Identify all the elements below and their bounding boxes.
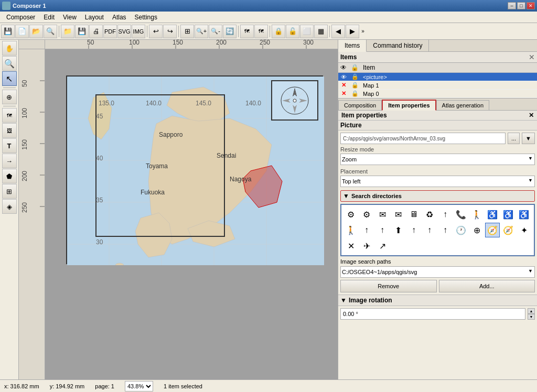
lock-icon[interactable]: 🔒 (349, 90, 361, 98)
visible-icon[interactable]: ✕ (338, 90, 349, 98)
tb-new[interactable]: 📄 (15, 25, 29, 38)
lock-icon[interactable]: 🔒 (349, 81, 361, 90)
table-row[interactable]: ✕ 🔒 Map 0 (338, 90, 537, 98)
canvas-content[interactable]: 135.0 140.0 145.0 140.0 45 40 35 30 Sapp… (45, 49, 338, 379)
lt-add-table[interactable]: ⊞ (2, 184, 17, 199)
tb-map1[interactable]: 🗺 (240, 25, 254, 38)
icon-cell[interactable]: ↑ (406, 223, 421, 237)
path-dropdown-button[interactable]: ▼ (522, 133, 535, 144)
icon-cell[interactable]: ↑ (422, 223, 437, 237)
menu-view[interactable]: View (59, 13, 81, 22)
icon-cell[interactable]: ↑ (438, 223, 453, 237)
tb-lock[interactable]: 🔒 (272, 25, 285, 38)
icon-cell[interactable]: 🚶 (469, 207, 484, 222)
tb-prev[interactable]: ◀ (331, 25, 345, 38)
tb-refresh[interactable]: 🔄 (223, 25, 237, 38)
item-name[interactable]: Map 0 (361, 90, 537, 98)
icon-cell[interactable]: 🧭 (501, 223, 515, 237)
tb-export2[interactable]: SVG (117, 25, 131, 38)
icon-cell[interactable]: ⚙ (343, 207, 358, 222)
tb-export3[interactable]: IMG (132, 25, 145, 38)
visible-icon[interactable]: 👁 (338, 73, 349, 81)
icon-cell[interactable]: ↑ (438, 207, 453, 222)
zoom-select[interactable]: 43.8% 25% 50% 100% (125, 381, 153, 391)
icon-cell[interactable]: ↑ (359, 223, 374, 237)
menu-layout[interactable]: Layout (81, 13, 108, 22)
icon-cell[interactable]: ♿ (485, 207, 500, 222)
resize-mode-select-wrapper[interactable]: Zoom Stretch Clip Frame (340, 154, 535, 165)
icon-cell[interactable]: ⚙ (359, 207, 374, 222)
icon-cell[interactable]: ✉ (375, 207, 390, 222)
icon-cell[interactable]: ✈ (359, 238, 374, 253)
lt-add-map[interactable]: 🗺 (2, 108, 17, 123)
canvas-area[interactable]: 50 100 150 200 250 300 50 100 (19, 40, 338, 379)
lt-select[interactable]: ↖ (2, 71, 17, 86)
tb-redo[interactable]: ↪ (163, 25, 177, 38)
icon-cell[interactable]: 🖥 (406, 207, 421, 222)
lt-pan[interactable]: ✋ (2, 41, 17, 56)
tab-item-properties[interactable]: Item properties (382, 100, 436, 111)
item-properties-body[interactable]: Picture C:/apps/qgis/svg/arrows/NorthArr… (338, 121, 537, 379)
tb-expand[interactable]: » (360, 25, 366, 38)
tb-undo[interactable]: ↩ (149, 25, 163, 38)
icon-cell[interactable]: 🚶 (343, 223, 358, 237)
image-path-select-wrapper[interactable]: C:/OSGEO4~1/apps/qgis/svg (340, 266, 535, 278)
item-props-close[interactable]: ✕ (529, 112, 534, 119)
tb-save2[interactable]: 💾 (75, 25, 89, 38)
tab-atlas-generation[interactable]: Atlas generation (436, 100, 490, 110)
remove-path-button[interactable]: Remove (340, 280, 437, 292)
lt-add-arrow[interactable]: → (2, 154, 17, 168)
placement-select[interactable]: Top left Top right Bottom left Bottom ri… (340, 176, 535, 187)
icon-cell[interactable]: ✦ (517, 223, 531, 237)
tb-print[interactable]: 🖨 (89, 25, 103, 38)
resize-mode-select[interactable]: Zoom Stretch Clip Frame (340, 154, 535, 165)
menu-settings[interactable]: Settings (131, 13, 162, 22)
lt-add-shape[interactable]: ⬟ (2, 169, 17, 183)
tb-open2[interactable]: 📁 (61, 25, 74, 38)
menu-edit[interactable]: Edit (39, 13, 59, 22)
search-dir-header[interactable]: ▼ Search directories (340, 190, 535, 202)
lock-icon[interactable]: 🔒 (349, 73, 361, 81)
placement-select-wrapper[interactable]: Top left Top right Bottom left Bottom ri… (340, 176, 535, 187)
icon-cell[interactable]: ⊕ (469, 223, 484, 237)
lt-zoom[interactable]: 🔍 (2, 56, 17, 71)
tb-zoom-in[interactable]: 🔍+ (195, 25, 208, 38)
lt-add-html[interactable]: ◈ (2, 199, 17, 214)
icon-cell[interactable]: ♻ (422, 207, 437, 222)
tab-composition[interactable]: Composition (338, 100, 382, 110)
visible-icon[interactable]: ✕ (338, 81, 349, 90)
icon-cell[interactable]: ♿ (517, 207, 531, 222)
icon-cell[interactable]: 🕐 (454, 223, 468, 237)
close-button[interactable]: ✕ (527, 2, 535, 9)
image-rotation-header[interactable]: ▼ Image rotation (338, 295, 537, 306)
tab-command-history[interactable]: Command history (367, 40, 429, 51)
add-path-button[interactable]: Add... (439, 280, 535, 292)
rotation-down-button[interactable]: ▼ (528, 314, 535, 320)
tb-export1[interactable]: PDF (103, 25, 117, 38)
icon-cell[interactable]: ✕ (343, 238, 358, 253)
tb-next[interactable]: ▶ (346, 25, 359, 38)
minimize-button[interactable]: – (508, 2, 516, 9)
icon-cell[interactable]: ⬆ (391, 223, 405, 237)
image-path-select[interactable]: C:/OSGEO4~1/apps/qgis/svg (340, 266, 535, 278)
table-row[interactable]: 👁 🔒 <picture> (338, 73, 537, 81)
tb-unlock[interactable]: 🔓 (286, 25, 299, 38)
item-name[interactable]: Map 1 (361, 81, 537, 90)
icon-cell[interactable]: ✉ (391, 207, 405, 222)
icon-cell[interactable]: ♿ (501, 207, 515, 222)
icon-grid[interactable]: ⚙ ⚙ ✉ ✉ 🖥 ♻ ↑ 📞 🚶 ♿ ♿ ♿ 🚶 ↑ ↑ ⬆ ↑ ↑ (340, 204, 535, 256)
items-close-button[interactable]: ✕ (529, 53, 535, 61)
lt-move[interactable]: ⊕ (2, 90, 17, 104)
menu-atlas[interactable]: Atlas (108, 13, 131, 22)
lt-add-image[interactable]: 🖼 (2, 123, 17, 138)
tb-group[interactable]: ⬜ (300, 25, 314, 38)
icon-cell[interactable]: 📞 (454, 207, 468, 222)
rotation-input[interactable] (340, 308, 525, 320)
icon-cell[interactable]: ↑ (375, 223, 390, 237)
icon-cell-selected[interactable]: 🧭 (485, 223, 500, 237)
tb-open[interactable]: 📂 (29, 25, 43, 38)
rotation-up-button[interactable]: ▲ (528, 308, 535, 314)
tb-save[interactable]: 💾 (1, 25, 15, 38)
lt-add-text[interactable]: T (2, 138, 17, 153)
path-browse-button[interactable]: ... (508, 133, 520, 144)
